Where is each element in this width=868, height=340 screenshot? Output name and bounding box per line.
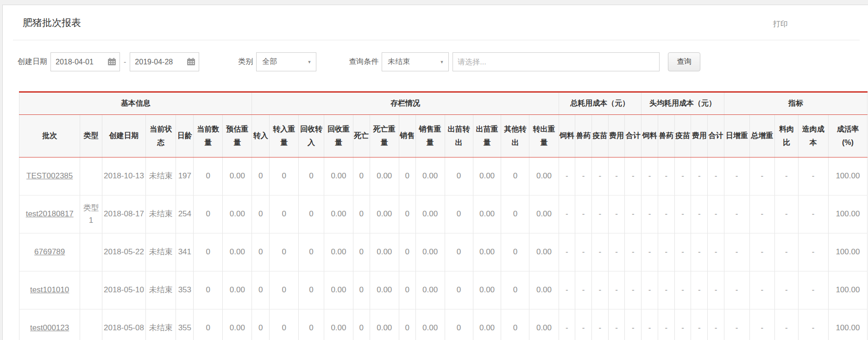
cell: - xyxy=(625,309,642,340)
cell: - xyxy=(798,195,828,233)
cell: 0 xyxy=(353,233,370,271)
cell: - xyxy=(559,271,575,309)
column-header: 疫苗 xyxy=(591,115,608,157)
cell: - xyxy=(642,233,658,271)
keyword-input[interactable] xyxy=(453,52,660,71)
cell: 0 xyxy=(501,233,529,271)
column-header: 类型 xyxy=(80,115,102,157)
cell: 未结束 xyxy=(146,195,176,233)
cell: 100.00 xyxy=(828,195,867,233)
batch-link[interactable]: TEST002385 xyxy=(26,171,73,180)
cell: - xyxy=(575,195,592,233)
cell: 0 xyxy=(270,233,299,271)
cell: - xyxy=(724,233,749,271)
print-button[interactable]: 打印 xyxy=(773,19,788,29)
cell: 0.00 xyxy=(415,157,445,195)
date-from-wrap xyxy=(50,52,120,71)
column-header: 其他转出 xyxy=(501,115,529,157)
column-header: 饲料 xyxy=(559,115,575,157)
cell: 0 xyxy=(270,271,299,309)
cell: - xyxy=(798,271,828,309)
cell: - xyxy=(625,233,642,271)
cell: 0.00 xyxy=(370,157,399,195)
batch-link[interactable]: test20180817 xyxy=(26,209,74,218)
cell: - xyxy=(724,271,749,309)
cell: 0 xyxy=(399,271,415,309)
filter-bar: 创建日期 - 类别 全部 ▼ xyxy=(18,52,868,71)
batch-link[interactable]: test000123 xyxy=(30,323,69,332)
cell: 254 xyxy=(176,195,194,233)
column-header: 死亡重量 xyxy=(370,115,399,157)
date-to-wrap xyxy=(130,52,199,71)
cell: 0 xyxy=(194,309,223,340)
cell: - xyxy=(658,271,674,309)
cell: 0.00 xyxy=(370,309,399,340)
cell: 0 xyxy=(194,157,223,195)
category-select[interactable]: 全部 ▼ xyxy=(256,52,316,71)
column-header: 回收转入 xyxy=(299,115,324,157)
column-header: 合计 xyxy=(708,115,724,157)
table-row: 67697892018-05-22未结束34100.000000.0000.00… xyxy=(19,233,868,271)
calendar-icon[interactable] xyxy=(187,58,195,65)
cell: 0 xyxy=(194,195,223,233)
cell: - xyxy=(625,271,642,309)
cell: 2018-05-08 xyxy=(102,309,146,340)
search-button[interactable]: 查询 xyxy=(668,52,700,71)
cell: 0 xyxy=(445,195,473,233)
batch-cell: 6769789 xyxy=(19,233,80,271)
cell: - xyxy=(625,157,642,195)
cell: 0 xyxy=(194,271,223,309)
cell: - xyxy=(749,195,775,233)
cell: - xyxy=(608,271,625,309)
column-header: 出苗重量 xyxy=(473,115,501,157)
cell: - xyxy=(674,195,691,233)
cell: - xyxy=(608,157,625,195)
cell: 未结束 xyxy=(146,271,176,309)
cell: 0.00 xyxy=(473,271,501,309)
cell: - xyxy=(559,309,575,340)
cell: 0 xyxy=(270,157,299,195)
condition-label: 查询条件 xyxy=(349,57,378,67)
cell: - xyxy=(708,233,724,271)
cell: 0 xyxy=(299,309,324,340)
cell: - xyxy=(775,195,798,233)
batch-link[interactable]: test101010 xyxy=(30,285,69,294)
calendar-icon[interactable] xyxy=(108,58,116,65)
report-panel: 肥猪批次报表 打印 创建日期 - 类 xyxy=(2,5,868,340)
cell: 0.00 xyxy=(415,233,445,271)
cell: 2018-05-10 xyxy=(102,271,146,309)
cell: - xyxy=(591,271,608,309)
condition-select[interactable]: 未结束 ▼ xyxy=(382,52,449,71)
cell xyxy=(80,309,102,340)
cell: 0.00 xyxy=(473,195,501,233)
cell: - xyxy=(674,271,691,309)
cell: - xyxy=(658,233,674,271)
cell: 100.00 xyxy=(828,157,867,195)
cell: - xyxy=(608,309,625,340)
cell: 0.00 xyxy=(415,195,445,233)
cell: 0 xyxy=(299,271,324,309)
cell: - xyxy=(708,157,724,195)
cell: 341 xyxy=(176,233,194,271)
column-group-row: 基本信息存栏情况总耗用成本（元）头均耗用成本（元）指标 xyxy=(19,92,868,115)
cell: 0 xyxy=(252,157,270,195)
table-row: test0001232018-05-08未结束35500.000000.0000… xyxy=(19,309,868,340)
column-group-header: 头均耗用成本（元） xyxy=(642,92,724,115)
cell: 类型1 xyxy=(80,195,102,233)
table-row: test20180817类型12018-08-17未结束25400.000000… xyxy=(19,195,868,233)
column-header: 转入重量 xyxy=(270,115,299,157)
cell: 0.00 xyxy=(473,309,501,340)
column-header: 销售重量 xyxy=(415,115,445,157)
cell: - xyxy=(691,233,708,271)
cell: 0 xyxy=(252,233,270,271)
cell: - xyxy=(658,195,674,233)
cell: 0.00 xyxy=(529,195,559,233)
column-header: 造肉成本 xyxy=(798,115,828,157)
cell: - xyxy=(674,157,691,195)
cell: 0.00 xyxy=(415,271,445,309)
cell: 0 xyxy=(399,157,415,195)
cell: 0 xyxy=(399,233,415,271)
cell xyxy=(80,157,102,195)
cell: - xyxy=(674,309,691,340)
batch-link[interactable]: 6769789 xyxy=(34,247,65,256)
